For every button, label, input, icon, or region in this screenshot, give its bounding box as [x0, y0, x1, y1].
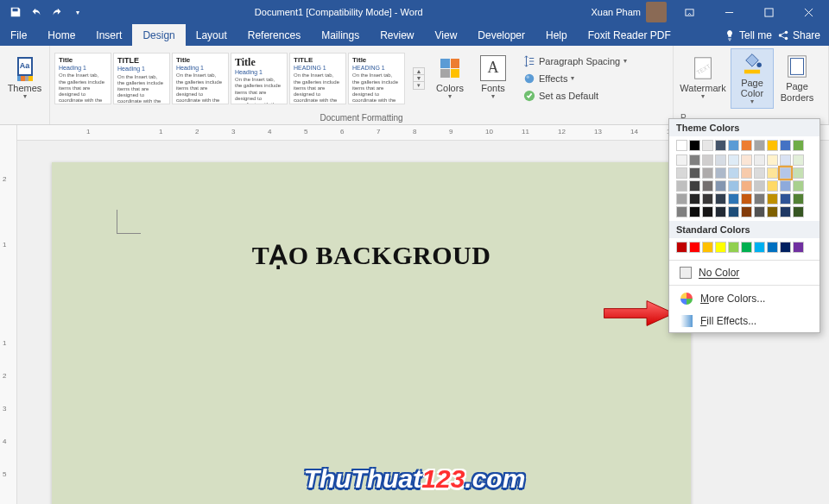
- undo-button[interactable]: [28, 3, 45, 21]
- no-color-button[interactable]: No Color: [669, 262, 820, 283]
- color-swatch[interactable]: [676, 242, 687, 253]
- minimize-button[interactable]: [712, 0, 746, 24]
- tab-home[interactable]: Home: [37, 24, 85, 46]
- tab-review[interactable]: Review: [370, 24, 424, 46]
- paragraph-spacing-button[interactable]: Paragraph Spacing ▾: [520, 53, 630, 70]
- color-swatch[interactable]: [793, 193, 804, 205]
- color-swatch[interactable]: [793, 242, 804, 253]
- color-swatch[interactable]: [702, 140, 713, 151]
- vertical-ruler[interactable]: 211234567: [0, 125, 17, 504]
- page-borders-button[interactable]: Page Borders: [775, 48, 819, 109]
- color-swatch[interactable]: [793, 206, 804, 217]
- more-colors-button[interactable]: More Colors...: [669, 287, 820, 310]
- color-swatch[interactable]: [780, 154, 791, 166]
- color-swatch[interactable]: [715, 167, 726, 179]
- color-swatch[interactable]: [689, 206, 700, 217]
- color-swatch[interactable]: [780, 180, 791, 192]
- account-avatar[interactable]: [646, 2, 667, 22]
- color-swatch[interactable]: [715, 180, 726, 192]
- tab-insert[interactable]: Insert: [85, 24, 132, 46]
- effects-button[interactable]: Effects ▾: [520, 70, 630, 87]
- tab-developer[interactable]: Developer: [467, 24, 535, 46]
- tab-references[interactable]: References: [237, 24, 311, 46]
- color-swatch[interactable]: [741, 154, 752, 166]
- gallery-up-button[interactable]: ▲: [414, 68, 424, 75]
- color-swatch[interactable]: [754, 154, 765, 166]
- color-swatch[interactable]: [689, 242, 700, 253]
- color-swatch[interactable]: [780, 140, 791, 151]
- page-color-button[interactable]: Page Color ▾: [731, 48, 774, 109]
- color-swatch[interactable]: [702, 193, 713, 205]
- color-swatch[interactable]: [754, 180, 765, 192]
- style-thumb[interactable]: TITLEHEADING 1On the Insert tab, the gal…: [289, 53, 346, 104]
- color-swatch[interactable]: [754, 193, 765, 205]
- set-default-button[interactable]: Set as Default: [520, 87, 630, 104]
- color-swatch[interactable]: [767, 140, 778, 151]
- gallery-more-button[interactable]: ▾: [414, 82, 424, 89]
- color-swatch[interactable]: [676, 193, 687, 205]
- color-swatch[interactable]: [689, 180, 700, 192]
- color-swatch[interactable]: [754, 140, 765, 151]
- gallery-down-button[interactable]: ▼: [414, 75, 424, 82]
- redo-button[interactable]: [48, 3, 66, 21]
- color-swatch[interactable]: [741, 193, 752, 205]
- share-button[interactable]: Share: [777, 29, 820, 41]
- color-swatch[interactable]: [754, 206, 765, 217]
- color-swatch[interactable]: [780, 206, 791, 217]
- close-window-button[interactable]: [791, 0, 826, 24]
- color-swatch[interactable]: [715, 206, 726, 217]
- tell-me-button[interactable]: Tell me: [724, 29, 772, 41]
- color-swatch[interactable]: [793, 180, 804, 192]
- style-thumb[interactable]: TITLEHeading 1On the Insert tab, the gal…: [113, 53, 170, 104]
- color-swatch[interactable]: [793, 167, 804, 179]
- style-thumb[interactable]: TitleHeading 1On the Insert tab, the gal…: [231, 53, 288, 104]
- color-swatch[interactable]: [767, 206, 778, 217]
- save-button[interactable]: [7, 3, 24, 21]
- color-swatch[interactable]: [689, 193, 700, 205]
- color-swatch[interactable]: [767, 242, 778, 253]
- color-swatch[interactable]: [702, 180, 713, 192]
- color-swatch[interactable]: [728, 193, 739, 205]
- color-swatch[interactable]: [676, 140, 687, 151]
- color-swatch[interactable]: [780, 167, 791, 179]
- watermark-button[interactable]: TEXT Watermark ▾: [677, 48, 729, 109]
- style-thumb[interactable]: TitleHeading 1On the Insert tab, the gal…: [54, 53, 111, 104]
- color-swatch[interactable]: [702, 206, 713, 217]
- color-swatch[interactable]: [741, 180, 752, 192]
- tab-mailings[interactable]: Mailings: [311, 24, 370, 46]
- color-swatch[interactable]: [728, 180, 739, 192]
- color-swatch[interactable]: [767, 180, 778, 192]
- color-swatch[interactable]: [715, 193, 726, 205]
- account-username[interactable]: Xuan Pham: [592, 7, 641, 17]
- document-headline[interactable]: TẠO BACKGROUD: [52, 240, 691, 270]
- color-swatch[interactable]: [689, 167, 700, 179]
- tab-file[interactable]: File: [0, 24, 37, 46]
- color-swatch[interactable]: [728, 154, 739, 166]
- tab-view[interactable]: View: [425, 24, 468, 46]
- color-swatch[interactable]: [715, 154, 726, 166]
- color-swatch[interactable]: [780, 242, 791, 253]
- colors-button[interactable]: Colors ▾: [432, 48, 468, 109]
- color-swatch[interactable]: [689, 154, 700, 166]
- color-swatch[interactable]: [702, 242, 713, 253]
- color-swatch[interactable]: [741, 140, 752, 151]
- color-swatch[interactable]: [728, 140, 739, 151]
- color-swatch[interactable]: [741, 242, 752, 253]
- color-swatch[interactable]: [741, 206, 752, 217]
- color-swatch[interactable]: [793, 154, 804, 166]
- tab-design[interactable]: Design: [132, 24, 185, 46]
- color-swatch[interactable]: [728, 167, 739, 179]
- color-swatch[interactable]: [715, 140, 726, 151]
- color-swatch[interactable]: [728, 206, 739, 217]
- color-swatch[interactable]: [676, 206, 687, 217]
- color-swatch[interactable]: [689, 140, 700, 151]
- tab-layout[interactable]: Layout: [186, 24, 237, 46]
- color-swatch[interactable]: [676, 154, 687, 166]
- color-swatch[interactable]: [754, 167, 765, 179]
- style-gallery[interactable]: TitleHeading 1On the Insert tab, the gal…: [54, 51, 406, 106]
- style-thumb[interactable]: TitleHEADING 1On the Insert tab, the gal…: [348, 53, 405, 104]
- style-thumb[interactable]: TitleHeading 1On the Insert tab, the gal…: [172, 53, 229, 104]
- color-swatch[interactable]: [728, 242, 739, 253]
- maximize-button[interactable]: [751, 0, 786, 24]
- color-swatch[interactable]: [741, 167, 752, 179]
